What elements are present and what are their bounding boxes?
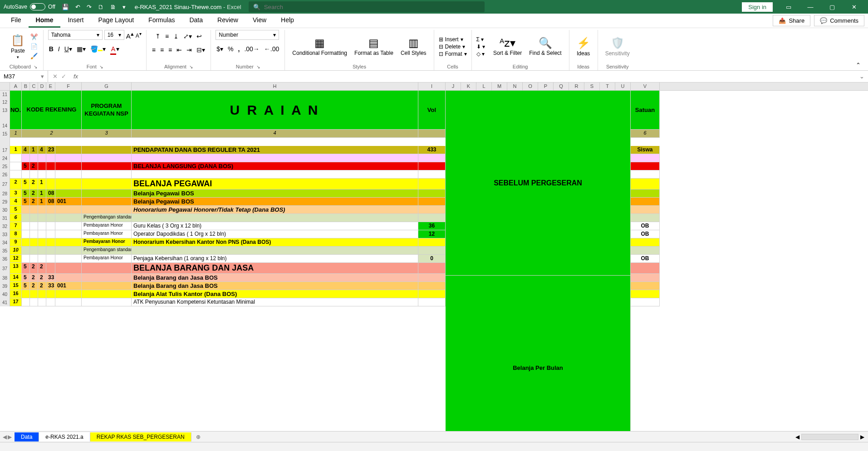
cell[interactable]: 4: [10, 198, 22, 206]
align-top-icon[interactable]: ⤒: [154, 32, 162, 41]
column-header[interactable]: G: [82, 82, 132, 90]
cell[interactable]: [82, 154, 132, 162]
row-header[interactable]: 25: [0, 162, 10, 170]
enter-formula-icon[interactable]: ✓: [61, 73, 66, 80]
cell[interactable]: 08: [46, 198, 55, 206]
cell[interactable]: [418, 274, 446, 282]
cell[interactable]: 3: [10, 189, 22, 198]
cell[interactable]: 14: [10, 274, 22, 282]
cell[interactable]: [38, 162, 46, 170]
save-icon[interactable]: 💾: [62, 4, 69, 10]
cell[interactable]: Belanja Barang dan Jasa BOS: [132, 282, 418, 290]
cell-styles-button[interactable]: ▥Cell Styles: [398, 35, 429, 58]
cell[interactable]: 2: [38, 282, 46, 290]
comma-icon[interactable]: ,: [237, 44, 240, 53]
cell[interactable]: 5: [22, 179, 30, 189]
cell[interactable]: [55, 146, 82, 154]
cell[interactable]: 0: [418, 255, 446, 263]
fill-color-icon[interactable]: 🪣▾: [89, 44, 107, 53]
cell[interactable]: OB: [631, 255, 660, 263]
cell[interactable]: [631, 263, 660, 274]
cell[interactable]: [82, 146, 132, 154]
cell[interactable]: [30, 222, 38, 230]
cell[interactable]: [22, 222, 30, 230]
cell[interactable]: 1: [38, 179, 46, 189]
column-header[interactable]: J: [446, 82, 461, 90]
font-size-select[interactable]: 16▾: [104, 30, 124, 40]
cell[interactable]: 9: [10, 238, 22, 247]
cell[interactable]: 2: [10, 179, 22, 189]
cell[interactable]: [82, 263, 132, 274]
cell[interactable]: Penjaga Kebersihan (1 orang x 12 bln): [132, 255, 418, 263]
number-format-select[interactable]: Number▾: [216, 30, 279, 40]
row-header[interactable]: 33: [0, 230, 10, 238]
column-header[interactable]: M: [492, 82, 507, 90]
cell[interactable]: [82, 274, 132, 282]
horizontal-scrollbar[interactable]: ◀ ▶: [795, 434, 868, 440]
cell[interactable]: [82, 162, 132, 170]
row-header[interactable]: 41: [0, 298, 10, 306]
cell[interactable]: 5: [22, 162, 30, 170]
cell[interactable]: 13: [10, 263, 22, 274]
cell[interactable]: [82, 282, 132, 290]
cell[interactable]: [46, 247, 55, 255]
percent-icon[interactable]: %: [227, 44, 234, 53]
cell[interactable]: 8: [10, 230, 22, 238]
cell[interactable]: 36: [418, 222, 446, 230]
cell[interactable]: 08: [46, 189, 55, 198]
new-file-icon[interactable]: 🗋: [98, 4, 104, 10]
column-header[interactable]: V: [631, 82, 660, 90]
cell[interactable]: [55, 189, 82, 198]
format-painter-icon[interactable]: 🖌️: [29, 52, 39, 60]
cell[interactable]: 3: [82, 130, 132, 138]
cell[interactable]: Pembayaran Honor: [82, 230, 132, 238]
cell[interactable]: [418, 214, 446, 222]
cell[interactable]: [46, 290, 55, 298]
increase-indent-icon[interactable]: ⇥: [186, 45, 193, 54]
cell[interactable]: 33: [46, 274, 55, 282]
cell[interactable]: [55, 230, 82, 238]
column-header[interactable]: B: [22, 82, 30, 90]
cell[interactable]: [38, 290, 46, 298]
accounting-icon[interactable]: $▾: [216, 44, 224, 53]
tab-review[interactable]: Review: [210, 14, 245, 28]
orientation-icon[interactable]: ⤢▾: [182, 32, 193, 41]
cell[interactable]: [55, 247, 82, 255]
align-middle-icon[interactable]: ≡: [164, 32, 170, 41]
cell[interactable]: 2: [22, 130, 82, 138]
cell[interactable]: Belanja Pegawai BOS: [132, 189, 418, 198]
cell[interactable]: 1: [10, 130, 22, 138]
cell[interactable]: [418, 179, 446, 189]
row-header[interactable]: 37: [0, 263, 10, 274]
cell[interactable]: KODE REKENING: [22, 91, 82, 130]
clipboard-launcher-icon[interactable]: ↘: [34, 64, 37, 69]
undo-icon[interactable]: ↶: [75, 4, 80, 10]
cell[interactable]: PENDAPATAN DANA BOS REGULER TA 2021: [132, 146, 418, 154]
cell[interactable]: [46, 238, 55, 247]
cell[interactable]: 15: [10, 282, 22, 290]
cell[interactable]: 2: [30, 274, 38, 282]
italic-icon[interactable]: I: [57, 44, 61, 53]
cell[interactable]: U R A I A N⌂: [132, 91, 418, 130]
cell[interactable]: 433: [418, 146, 446, 154]
share-button[interactable]: 📤Share: [773, 15, 810, 26]
cell[interactable]: 2: [38, 263, 46, 274]
font-launcher-icon[interactable]: ↘: [99, 64, 103, 69]
ideas-button[interactable]: ⚡Ideas: [574, 35, 593, 58]
conditional-formatting-button[interactable]: ▦Conditional Formatting: [289, 35, 350, 58]
cell[interactable]: [82, 179, 132, 189]
cell[interactable]: 001: [55, 282, 82, 290]
sheet-nav-last-icon[interactable]: ▶: [8, 434, 12, 440]
spreadsheet-grid[interactable]: ABCDEFGHIJKLMNOPQRSTUV 11121314NO.KODE R…: [0, 82, 868, 431]
cell[interactable]: [631, 162, 660, 170]
cell[interactable]: Belanja Per Bulan: [446, 276, 631, 431]
row-header[interactable]: 36: [0, 255, 10, 263]
cell[interactable]: [10, 162, 22, 170]
cell[interactable]: OB: [631, 222, 660, 230]
row-header[interactable]: 26: [0, 170, 10, 179]
clear-icon[interactable]: ◇ ▾: [476, 51, 485, 57]
cell[interactable]: 4: [22, 146, 30, 154]
autosum-icon[interactable]: Σ ▾: [476, 36, 485, 43]
cell[interactable]: [10, 154, 22, 162]
cell[interactable]: 5: [22, 189, 30, 198]
